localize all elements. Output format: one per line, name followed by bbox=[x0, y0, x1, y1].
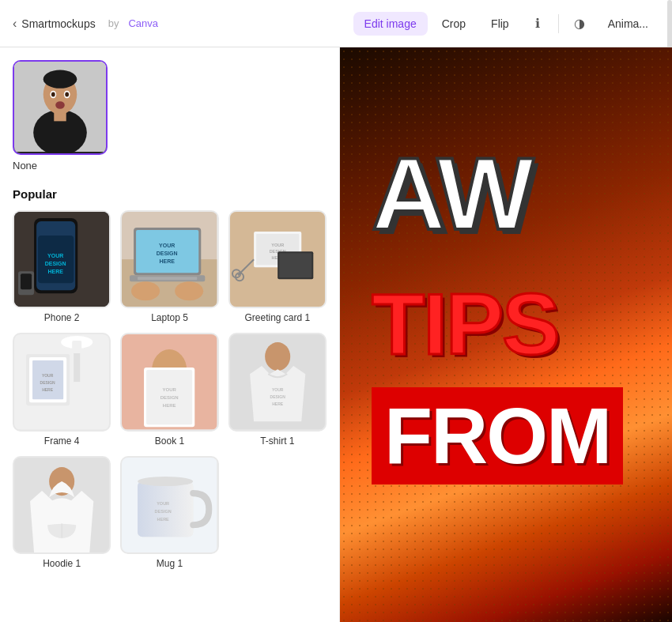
none-item: None bbox=[13, 60, 327, 172]
phone2-svg: YOUR DESIGN HERE bbox=[14, 212, 109, 307]
svg-text:YOUR: YOUR bbox=[271, 243, 284, 247]
mug1-thumbnail[interactable]: YOUR DESIGN HERE bbox=[120, 456, 218, 554]
canvas-text-from: FROM bbox=[372, 387, 623, 484]
canvas-text-aw: AW bbox=[372, 142, 530, 245]
svg-text:DESIGN: DESIGN bbox=[45, 261, 66, 266]
left-panel: None Popular bbox=[0, 47, 340, 622]
laptop5-svg: YOUR DESIGN HERE bbox=[122, 212, 217, 307]
frame4-label: Frame 4 bbox=[44, 435, 80, 447]
svg-point-30 bbox=[131, 281, 160, 300]
tshirt1-label: T-shirt 1 bbox=[260, 435, 294, 447]
svg-rect-29 bbox=[138, 277, 197, 280]
svg-text:HERE: HERE bbox=[163, 404, 176, 409]
toolbar: ‹ Smartmockups by Canva Edit image Crop … bbox=[0, 0, 672, 47]
mug1-svg: YOUR DESIGN HERE bbox=[122, 458, 217, 552]
toolbar-right: Edit image Crop Flip ℹ ◑ Anima... bbox=[353, 9, 659, 38]
phone2-label: Phone 2 bbox=[44, 312, 80, 323]
phone2-thumbnail[interactable]: YOUR DESIGN HERE bbox=[13, 210, 111, 308]
canva-link[interactable]: Canva bbox=[128, 17, 158, 29]
greeting1-label: Greeting card 1 bbox=[244, 312, 310, 323]
info-button[interactable]: ℹ bbox=[523, 9, 552, 38]
tshirt1-svg: YOUR DESIGN HERE bbox=[230, 334, 325, 429]
book1-thumbnail[interactable]: YOUR DESIGN HERE bbox=[120, 333, 218, 431]
svg-text:DESIGN: DESIGN bbox=[157, 251, 178, 256]
frame4-thumbnail[interactable]: YOUR DESIGN HERE bbox=[13, 333, 111, 431]
svg-text:YOUR: YOUR bbox=[42, 373, 54, 378]
laptop5-thumbnail[interactable]: YOUR DESIGN HERE bbox=[120, 210, 218, 308]
person-svg bbox=[14, 62, 106, 153]
laptop5-label: Laptop 5 bbox=[151, 312, 188, 323]
canvas-artwork: AW TIPS FROM bbox=[340, 47, 672, 622]
svg-text:YOUR: YOUR bbox=[163, 388, 177, 393]
crop-button[interactable]: Crop bbox=[431, 12, 477, 36]
popular-section-label: Popular bbox=[13, 187, 327, 201]
back-chevron-icon: ‹ bbox=[13, 17, 17, 31]
mockup-item-greeting1[interactable]: YOUR DESIGN HERE Greeting card 1 bbox=[228, 210, 327, 323]
mockup-item-mug1[interactable]: YOUR DESIGN HERE Mug 1 bbox=[120, 456, 218, 569]
svg-text:YOUR: YOUR bbox=[47, 253, 63, 258]
back-button[interactable]: ‹ Smartmockups bbox=[13, 17, 96, 31]
mockup-grid: YOUR DESIGN HERE Phone 2 bbox=[13, 210, 327, 569]
mockup-item-tshirt1[interactable]: YOUR DESIGN HERE T-shirt 1 bbox=[228, 333, 327, 446]
svg-text:HERE: HERE bbox=[272, 402, 284, 407]
svg-text:DESIGN: DESIGN bbox=[270, 395, 285, 400]
animate-button[interactable]: Anima... bbox=[597, 12, 659, 36]
toolbar-divider bbox=[558, 14, 559, 33]
flip-button[interactable]: Flip bbox=[480, 12, 520, 36]
svg-point-8 bbox=[65, 92, 69, 97]
svg-rect-47 bbox=[72, 341, 81, 353]
mockup-item-laptop5[interactable]: YOUR DESIGN HERE Laptop 5 bbox=[120, 210, 218, 323]
svg-point-31 bbox=[176, 281, 204, 300]
svg-rect-40 bbox=[279, 253, 311, 277]
greeting1-svg: YOUR DESIGN HERE bbox=[230, 212, 325, 307]
svg-text:DESIGN: DESIGN bbox=[155, 509, 172, 514]
tshirt1-thumbnail[interactable]: YOUR DESIGN HERE bbox=[228, 333, 327, 431]
mockup-item-phone2[interactable]: YOUR DESIGN HERE Phone 2 bbox=[13, 210, 111, 323]
svg-point-76 bbox=[138, 477, 193, 486]
hoodie1-label: Hoodie 1 bbox=[43, 558, 81, 569]
svg-text:DESIGN: DESIGN bbox=[40, 381, 56, 386]
svg-point-63 bbox=[265, 342, 290, 371]
moon-icon: ◑ bbox=[574, 16, 585, 31]
svg-rect-15 bbox=[38, 236, 74, 283]
greeting1-thumbnail[interactable]: YOUR DESIGN HERE bbox=[228, 210, 327, 308]
svg-text:YOUR: YOUR bbox=[159, 243, 175, 248]
canvas-text-tips: TIPS bbox=[372, 281, 559, 368]
svg-text:YOUR: YOUR bbox=[272, 388, 284, 393]
theme-button[interactable]: ◑ bbox=[565, 9, 594, 38]
info-icon: ℹ bbox=[535, 16, 540, 31]
svg-point-4 bbox=[43, 70, 77, 89]
svg-point-9 bbox=[55, 101, 65, 109]
toolbar-by: by bbox=[108, 17, 119, 29]
svg-point-7 bbox=[51, 92, 55, 97]
none-thumbnail[interactable] bbox=[13, 60, 108, 155]
hoodie1-svg bbox=[14, 458, 109, 552]
frame4-svg: YOUR DESIGN HERE bbox=[14, 334, 109, 429]
hoodie1-thumbnail[interactable] bbox=[13, 456, 111, 554]
svg-text:HERE: HERE bbox=[157, 517, 170, 522]
mug1-label: Mug 1 bbox=[157, 558, 183, 569]
toolbar-title: Smartmockups bbox=[21, 17, 95, 30]
mockup-item-hoodie1[interactable]: Hoodie 1 bbox=[13, 456, 111, 569]
svg-text:HERE: HERE bbox=[47, 269, 63, 274]
book1-svg: YOUR DESIGN HERE bbox=[122, 334, 217, 429]
person-preview bbox=[14, 62, 106, 153]
none-label: None bbox=[13, 160, 37, 172]
mockup-item-book1[interactable]: YOUR DESIGN HERE Book 1 bbox=[120, 333, 218, 446]
svg-text:HERE: HERE bbox=[42, 388, 54, 393]
svg-text:HERE: HERE bbox=[160, 258, 176, 264]
book1-label: Book 1 bbox=[155, 435, 184, 447]
right-panel: AW TIPS FROM bbox=[340, 47, 672, 622]
svg-text:DESIGN: DESIGN bbox=[160, 396, 179, 401]
svg-rect-20 bbox=[21, 273, 32, 289]
svg-text:YOUR: YOUR bbox=[157, 501, 170, 506]
mockup-item-frame4[interactable]: YOUR DESIGN HERE Frame 4 bbox=[13, 333, 111, 446]
main-area: None Popular bbox=[0, 47, 672, 622]
panel-content: None Popular bbox=[0, 47, 339, 588]
edit-image-button[interactable]: Edit image bbox=[353, 12, 428, 36]
